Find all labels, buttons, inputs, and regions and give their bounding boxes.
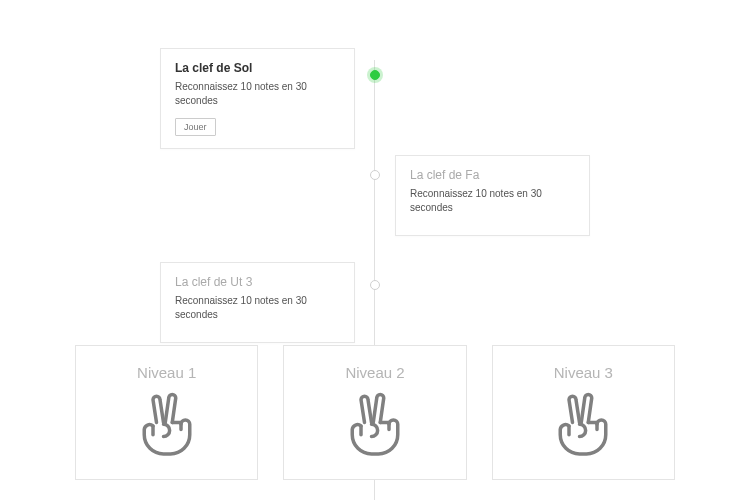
timeline-card-ut3[interactable]: La clef de Ut 3 Reconnaissez 10 notes en… (160, 262, 355, 343)
peace-hand-icon (553, 447, 613, 464)
card-desc: Reconnaissez 10 notes en 30 secondes (410, 187, 575, 215)
level-tile-3[interactable]: Niveau 3 (492, 345, 675, 480)
timeline-dot-1[interactable] (370, 170, 380, 180)
card-desc: Reconnaissez 10 notes en 30 secondes (175, 80, 340, 108)
card-title: La clef de Sol (175, 61, 340, 75)
level-label: Niveau 3 (503, 364, 664, 381)
timeline-card-sol[interactable]: La clef de Sol Reconnaissez 10 notes en … (160, 48, 355, 149)
timeline-dot-0[interactable] (370, 70, 380, 80)
level-tile-2[interactable]: Niveau 2 (283, 345, 466, 480)
levels-row: Niveau 1 Niveau 2 Niveau (75, 345, 675, 480)
card-title: La clef de Fa (410, 168, 575, 182)
level-label: Niveau 1 (86, 364, 247, 381)
card-desc: Reconnaissez 10 notes en 30 secondes (175, 294, 340, 322)
level-tile-1[interactable]: Niveau 1 (75, 345, 258, 480)
peace-hand-icon (137, 447, 197, 464)
timeline-dot-2[interactable] (370, 280, 380, 290)
card-title: La clef de Ut 3 (175, 275, 340, 289)
peace-hand-icon (345, 447, 405, 464)
play-button[interactable]: Jouer (175, 118, 216, 136)
level-label: Niveau 2 (294, 364, 455, 381)
timeline-card-fa[interactable]: La clef de Fa Reconnaissez 10 notes en 3… (395, 155, 590, 236)
